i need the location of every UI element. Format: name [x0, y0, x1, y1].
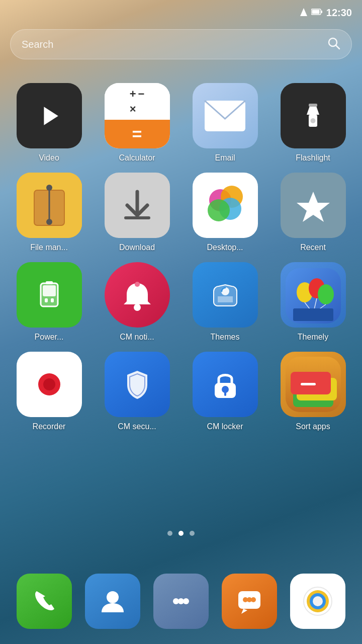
- search-bar[interactable]: Search: [10, 29, 352, 59]
- themes-label: Themes: [211, 333, 240, 342]
- messages-dock-icon: [222, 574, 277, 629]
- phone-dock-icon: [17, 574, 72, 629]
- app-desktop[interactable]: Desktop...: [186, 173, 264, 252]
- contacts-dock-icon: [85, 574, 140, 629]
- video-label: Video: [39, 153, 59, 163]
- app-row-2: File man... Download: [5, 173, 357, 252]
- desktop-label: Desktop...: [207, 243, 243, 252]
- download-label: Download: [119, 243, 155, 252]
- time-display: 12:30: [326, 7, 352, 19]
- app-cmlocker[interactable]: CM locker: [186, 352, 264, 431]
- svg-marker-22: [297, 192, 330, 222]
- cmnoti-icon: [105, 262, 170, 328]
- page-indicator-1[interactable]: [167, 531, 172, 536]
- search-icon: [327, 37, 340, 52]
- app-row-3: Power... CM noti...: [5, 262, 357, 342]
- svg-point-28: [134, 304, 141, 311]
- dock-browser[interactable]: [290, 574, 345, 629]
- power-icon: [17, 262, 82, 328]
- app-grid: Video +− × = Calculator: [0, 73, 362, 528]
- app-calculator[interactable]: +− × = Calculator: [98, 83, 176, 163]
- cmlocker-label: CM locker: [207, 422, 243, 431]
- svg-point-21: [208, 199, 230, 221]
- app-cmnoti[interactable]: CM noti...: [98, 262, 176, 342]
- dock-apps[interactable]: [153, 574, 209, 629]
- dock-messages[interactable]: [222, 574, 277, 629]
- power-label: Power...: [35, 333, 64, 342]
- app-email[interactable]: Email: [186, 83, 264, 163]
- battery-icon: [311, 9, 322, 17]
- signal-icon: [300, 8, 307, 18]
- fileman-icon: [17, 173, 82, 238]
- sortapps-label: Sort apps: [296, 422, 330, 431]
- flashlight-label: Flashlight: [296, 153, 330, 163]
- svg-point-35: [318, 284, 334, 304]
- app-themely[interactable]: Themely: [274, 262, 352, 342]
- svg-rect-25: [45, 298, 48, 302]
- apps-dock-icon: [153, 574, 209, 629]
- svg-point-53: [183, 598, 189, 604]
- app-recent[interactable]: Recent: [274, 173, 352, 252]
- svg-point-50: [107, 591, 119, 603]
- app-sortapps[interactable]: Sort apps: [274, 352, 352, 431]
- recent-icon: [281, 173, 346, 238]
- app-themes[interactable]: Themes: [186, 262, 264, 342]
- svg-rect-39: [293, 308, 333, 321]
- svg-marker-0: [300, 8, 307, 16]
- svg-rect-26: [51, 298, 54, 302]
- search-placeholder: Search: [22, 39, 327, 50]
- flashlight-icon: [281, 83, 346, 148]
- themely-label: Themely: [298, 333, 328, 342]
- themely-icon: [281, 262, 346, 328]
- svg-point-11: [311, 118, 316, 123]
- app-video[interactable]: Video: [10, 83, 88, 163]
- svg-rect-24: [43, 285, 56, 296]
- calculator-label: Calculator: [119, 153, 155, 163]
- download-icon: [105, 173, 170, 238]
- svg-line-5: [336, 45, 339, 49]
- dock: [0, 574, 362, 629]
- svg-rect-2: [321, 11, 322, 13]
- recent-label: Recent: [300, 243, 326, 252]
- svg-rect-10: [309, 104, 317, 107]
- status-bar: 12:30: [0, 0, 362, 25]
- cmlocker-icon: [193, 352, 258, 417]
- browser-dock-icon: [290, 574, 345, 629]
- svg-rect-49: [301, 383, 316, 385]
- status-icons: 12:30: [300, 7, 352, 19]
- app-cmsec[interactable]: CM secu...: [98, 352, 176, 431]
- app-flashlight[interactable]: Flashlight: [274, 83, 352, 163]
- dock-phone[interactable]: [17, 574, 72, 629]
- desktop-icon: [193, 173, 258, 238]
- svg-rect-27: [46, 281, 53, 284]
- cmsec-icon: [105, 352, 170, 417]
- themes-icon: [193, 262, 258, 328]
- svg-marker-6: [44, 107, 58, 125]
- recorder-label: Recorder: [33, 422, 66, 431]
- email-icon: [193, 83, 258, 148]
- app-recorder[interactable]: Recorder: [10, 352, 88, 431]
- app-power[interactable]: Power...: [10, 262, 88, 342]
- cmsec-label: CM secu...: [118, 422, 156, 431]
- cmnoti-label: CM noti...: [120, 333, 154, 342]
- fileman-label: File man...: [30, 243, 68, 252]
- page-indicators: [0, 531, 362, 536]
- page-indicator-2[interactable]: [178, 531, 184, 536]
- svg-point-30: [135, 282, 140, 287]
- recorder-icon: [17, 352, 82, 417]
- svg-point-61: [313, 596, 323, 606]
- sortapps-icon: [281, 352, 346, 417]
- email-label: Email: [215, 153, 235, 163]
- svg-rect-3: [312, 10, 319, 14]
- svg-point-41: [43, 378, 55, 390]
- dock-contacts[interactable]: [85, 574, 140, 629]
- svg-point-57: [251, 597, 256, 602]
- video-icon: [17, 83, 82, 148]
- page-indicator-3[interactable]: [190, 531, 195, 536]
- app-download[interactable]: Download: [98, 173, 176, 252]
- calculator-icon: +− × =: [105, 83, 170, 148]
- app-row-4: Recorder CM secu... CM locke: [5, 352, 357, 431]
- app-row-1: Video +− × = Calculator: [5, 83, 357, 163]
- app-fileman[interactable]: File man...: [10, 173, 88, 252]
